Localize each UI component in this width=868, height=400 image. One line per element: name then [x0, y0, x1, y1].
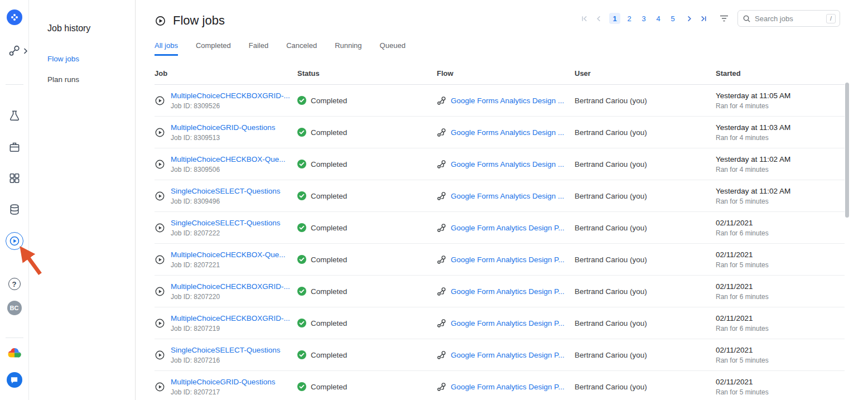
status-text: Completed [311, 224, 347, 232]
last-page-button[interactable] [697, 12, 710, 25]
flow-icon [437, 96, 446, 105]
vertical-scrollbar[interactable] [845, 83, 849, 218]
grid-nav-button[interactable] [8, 172, 21, 185]
flow-link[interactable]: Google Form Analytics Design P... [451, 383, 565, 391]
flow-link[interactable]: Google Form Analytics Design P... [451, 351, 565, 359]
table-row[interactable]: MultipleChoiceGRID-Questions Job ID: 830… [155, 117, 845, 148]
table-row[interactable]: SingleChoiceSELECT-Questions Job ID: 830… [155, 180, 845, 212]
sidebar-item-flow-jobs[interactable]: Flow jobs [47, 55, 135, 63]
beaker-nav-button[interactable] [8, 109, 21, 122]
main-content: Flow jobs 12345 [136, 0, 868, 400]
page-number-3[interactable]: 3 [638, 13, 649, 24]
feedback-chat-button[interactable] [7, 372, 22, 388]
job-id: Job ID: 8207220 [171, 293, 290, 301]
table-row[interactable]: MultipleChoiceCHECKBOX-Que... Job ID: 82… [155, 244, 845, 276]
started-date: Yesterday at 11:02 AM [716, 187, 790, 195]
toolbox-nav-button[interactable] [8, 141, 21, 153]
job-play-icon [155, 223, 165, 233]
page-number-4[interactable]: 4 [653, 13, 664, 24]
sidebar-item-plan-runs[interactable]: Plan runs [47, 75, 135, 84]
table-row[interactable]: MultipleChoiceCHECKBOXGRID-... Job ID: 8… [155, 85, 845, 117]
chevron-right-icon[interactable] [23, 48, 28, 54]
status-text: Completed [311, 319, 347, 327]
sidebar: Job history Flow jobsPlan runs [29, 0, 136, 400]
flow-link[interactable]: Google Forms Analytics Design ... [451, 97, 564, 105]
tab-failed[interactable]: Failed [249, 41, 268, 56]
filter-icon [718, 13, 730, 24]
flow-link[interactable]: Google Forms Analytics Design ... [451, 160, 564, 168]
job-play-icon [155, 127, 165, 138]
avatar[interactable]: BC [7, 301, 22, 315]
table-row[interactable]: MultipleChoiceCHECKBOX-Que... Job ID: 83… [155, 148, 845, 180]
tab-canceled[interactable]: Canceled [286, 41, 317, 56]
table-row[interactable]: MultipleChoiceCHECKBOXGRID-... Job ID: 8… [155, 307, 845, 339]
icon-rail: ? BC [0, 0, 29, 400]
tab-queued[interactable]: Queued [380, 41, 406, 56]
search-input[interactable] [755, 15, 826, 23]
flow-link[interactable]: Google Form Analytics Design P... [451, 224, 565, 232]
page-number-2[interactable]: 2 [624, 13, 635, 24]
job-name-link[interactable]: MultipleChoiceGRID-Questions [171, 123, 276, 132]
database-nav-button[interactable] [8, 203, 21, 216]
google-cloud-button[interactable] [7, 347, 22, 359]
flow-icon [437, 350, 446, 360]
check-circle-icon [297, 382, 306, 391]
check-circle-icon [297, 319, 306, 327]
flow-link[interactable]: Google Form Analytics Design P... [451, 319, 565, 327]
job-play-icon [155, 286, 165, 297]
dataprep-logo[interactable] [7, 9, 22, 25]
job-name-link[interactable]: MultipleChoiceCHECKBOXGRID-... [171, 91, 290, 100]
flow-link[interactable]: Google Forms Analytics Design ... [451, 192, 564, 200]
status-text: Completed [311, 97, 347, 105]
last-page-icon [700, 15, 707, 22]
flow-link[interactable]: Google Form Analytics Design P... [451, 256, 565, 264]
tab-completed[interactable]: Completed [196, 41, 231, 56]
check-circle-icon [297, 191, 306, 200]
check-circle-icon [297, 350, 306, 359]
grid-icon [8, 172, 21, 185]
started-date: Yesterday at 11:02 AM [716, 155, 790, 163]
check-circle-icon [297, 128, 306, 137]
job-name-link[interactable]: MultipleChoiceCHECKBOX-Que... [171, 250, 286, 259]
table-row[interactable]: SingleChoiceSELECT-Questions Job ID: 820… [155, 212, 845, 244]
flow-link[interactable]: Google Forms Analytics Design ... [451, 128, 564, 137]
help-button[interactable]: ? [8, 278, 21, 290]
started-date: 02/11/2021 [716, 282, 753, 291]
rail-divider [6, 84, 23, 85]
jobs-nav-button[interactable] [6, 232, 23, 250]
user-name: Bertrand Cariou (you) [575, 351, 716, 359]
flow-link[interactable]: Google Form Analytics Design P... [451, 287, 565, 296]
previous-page-button[interactable] [592, 12, 605, 25]
avatar-initials: BC [10, 305, 19, 311]
next-page-button[interactable] [683, 12, 695, 25]
page-number-5[interactable]: 5 [667, 13, 678, 24]
user-name: Bertrand Cariou (you) [575, 383, 716, 391]
column-header-user: User [575, 69, 716, 78]
table-row[interactable]: MultipleChoiceGRID-Questions Job ID: 820… [155, 371, 845, 400]
started-date: 02/11/2021 [716, 314, 753, 322]
flow-icon [437, 191, 446, 201]
run-duration: Ran for 4 minutes [716, 102, 769, 110]
job-name-link[interactable]: SingleChoiceSELECT-Questions [171, 346, 281, 354]
job-name-link[interactable]: MultipleChoiceCHECKBOX-Que... [171, 155, 286, 163]
flow-icon [437, 128, 446, 137]
table-row[interactable]: SingleChoiceSELECT-Questions Job ID: 820… [155, 339, 845, 371]
page-number-1[interactable]: 1 [609, 13, 620, 24]
table-row[interactable]: MultipleChoiceCHECKBOXGRID-... Job ID: 8… [155, 276, 845, 307]
flows-nav-button[interactable] [8, 44, 21, 57]
flow-icon [437, 223, 446, 233]
job-name-link[interactable]: MultipleChoiceGRID-Questions [171, 378, 276, 386]
first-page-button[interactable] [578, 12, 590, 25]
job-name-link[interactable]: SingleChoiceSELECT-Questions [171, 219, 281, 227]
tab-all-jobs[interactable]: All jobs [155, 41, 178, 56]
job-id: Job ID: 8309506 [171, 166, 286, 174]
job-name-link[interactable]: SingleChoiceSELECT-Questions [171, 187, 281, 195]
job-name-link[interactable]: MultipleChoiceCHECKBOXGRID-... [171, 314, 290, 322]
filter-button[interactable] [718, 13, 730, 24]
search-icon [742, 15, 751, 23]
run-duration: Ran for 6 minutes [716, 325, 769, 332]
tab-running[interactable]: Running [335, 41, 361, 56]
run-duration: Ran for 4 minutes [716, 166, 769, 174]
check-circle-icon [297, 223, 306, 232]
job-name-link[interactable]: MultipleChoiceCHECKBOXGRID-... [171, 282, 290, 291]
